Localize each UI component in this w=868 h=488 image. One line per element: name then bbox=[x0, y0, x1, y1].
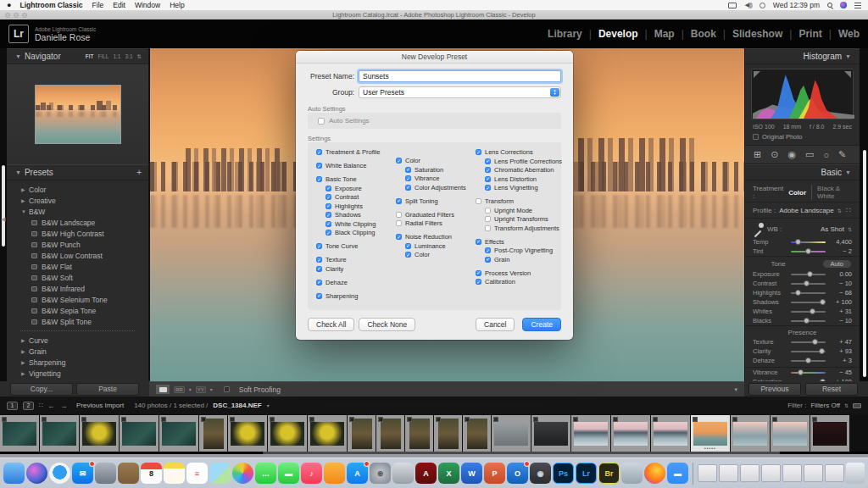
profile-chevron-icon[interactable]: ⇅ bbox=[837, 208, 842, 214]
dock-minimized-window-7[interactable] bbox=[825, 464, 844, 482]
navigator-zoom-chevron-icon[interactable]: ⇅ bbox=[137, 53, 142, 60]
filmstrip-scrollbar-thumb[interactable] bbox=[263, 452, 780, 454]
setting-checkbox[interactable] bbox=[326, 203, 331, 209]
filmstrip-thumbnail-5[interactable] bbox=[159, 415, 198, 452]
adjustment-brush-tool-icon[interactable]: ✎ bbox=[838, 149, 846, 160]
setting-saturation[interactable]: Saturation bbox=[405, 166, 476, 174]
preset-group-vignetting[interactable]: ▶Vignetting bbox=[7, 368, 148, 379]
module-web[interactable]: Web bbox=[838, 28, 860, 40]
setting-post-crop-vignetting[interactable]: Post-Crop Vignetting bbox=[485, 247, 572, 254]
setting-checkbox[interactable] bbox=[485, 225, 491, 231]
dock-books-icon[interactable] bbox=[324, 463, 345, 484]
setting-checkbox[interactable] bbox=[485, 167, 491, 173]
setting-checkbox[interactable] bbox=[316, 257, 322, 263]
group-select[interactable]: User Presets ▲▼ bbox=[359, 86, 561, 98]
dock-minimized-window-2[interactable] bbox=[719, 464, 738, 482]
setting-checkbox[interactable] bbox=[316, 243, 322, 249]
dock-messages-icon[interactable]: … bbox=[255, 463, 276, 484]
setting-lens-profile-corrections[interactable]: Lens Profile Corrections bbox=[485, 158, 572, 165]
secondary-monitor-button[interactable]: 2 bbox=[23, 402, 34, 410]
setting-checkbox[interactable] bbox=[485, 176, 491, 182]
slider-track[interactable] bbox=[791, 274, 826, 275]
setting-checkbox[interactable] bbox=[405, 243, 411, 249]
preset-item-b-w-selenium-tone[interactable]: B&W Selenium Tone bbox=[7, 294, 148, 305]
loupe-view-icon[interactable] bbox=[156, 385, 170, 394]
dock-contacts-icon[interactable] bbox=[118, 463, 139, 484]
time-machine-icon[interactable] bbox=[760, 3, 765, 8]
slider-track[interactable] bbox=[791, 251, 826, 252]
slider-knob[interactable] bbox=[810, 308, 815, 314]
menu-bar-clock[interactable]: Wed 12:39 pm bbox=[773, 1, 820, 9]
setting-checkbox[interactable] bbox=[316, 266, 322, 272]
filmstrip-thumbnail-1[interactable] bbox=[0, 415, 39, 452]
filmstrip-thumbnail-21[interactable] bbox=[731, 415, 770, 452]
dock-photoshop-icon[interactable]: Ps bbox=[553, 463, 574, 484]
setting-lens-corrections[interactable]: Lens Corrections bbox=[476, 148, 572, 156]
dock-bridge-icon[interactable]: Br bbox=[598, 463, 620, 484]
shadow-clipping-icon[interactable] bbox=[754, 71, 760, 78]
setting-checkbox[interactable] bbox=[396, 234, 402, 240]
dock-launchpad-icon[interactable] bbox=[95, 463, 116, 484]
previous-button[interactable]: Previous bbox=[748, 383, 801, 396]
preset-item-b-w-split-tone[interactable]: B&W Split Tone bbox=[7, 316, 148, 327]
split-view-chevron-icon[interactable]: ▾ bbox=[210, 386, 213, 392]
original-photo-checkbox[interactable] bbox=[753, 134, 759, 140]
filmstrip-thumbnail-17[interactable] bbox=[571, 415, 610, 452]
setting-checkbox[interactable] bbox=[485, 247, 491, 253]
setting-upright-mode[interactable]: Upright Mode bbox=[485, 207, 572, 214]
slider-knob[interactable] bbox=[804, 280, 810, 286]
go-forward-icon[interactable]: → bbox=[60, 402, 68, 410]
primary-monitor-button[interactable]: 1 bbox=[7, 402, 18, 410]
preset-group-sharpening[interactable]: ▶Sharpening bbox=[7, 357, 148, 368]
slider-knob[interactable] bbox=[820, 299, 826, 305]
grid-view-icon[interactable]: ∷ bbox=[39, 402, 42, 409]
collapse-left-panel-icon[interactable]: ◀ bbox=[1, 216, 5, 223]
dock-notes-icon[interactable] bbox=[164, 463, 185, 484]
dock-music-icon[interactable]: ♪ bbox=[301, 463, 322, 484]
dock-minimized-window-5[interactable] bbox=[782, 464, 802, 482]
auto-tone-button[interactable]: Auto bbox=[822, 259, 852, 269]
dock-maps-icon[interactable] bbox=[209, 463, 231, 484]
slider-knob[interactable] bbox=[804, 318, 810, 324]
filmstrip-thumbnail-10[interactable] bbox=[348, 415, 376, 452]
check-none-button[interactable]: Check None bbox=[359, 318, 415, 331]
selected-filename[interactable]: DSC_1384.NEF bbox=[213, 402, 261, 409]
setting-white-balance[interactable]: White Balance bbox=[316, 162, 396, 169]
setting-vibrance[interactable]: Vibrance bbox=[405, 175, 476, 182]
setting-upright-transforms[interactable]: Upright Transforms bbox=[485, 215, 572, 223]
setting-checkbox[interactable] bbox=[485, 208, 491, 214]
slider-track[interactable] bbox=[791, 283, 826, 285]
menu-file[interactable]: File bbox=[92, 1, 104, 9]
dock-powerpoint-icon[interactable]: P bbox=[484, 463, 505, 484]
setting-checkbox[interactable] bbox=[326, 194, 331, 200]
auto-settings-checkbox[interactable] bbox=[318, 118, 325, 125]
setting-checkbox[interactable] bbox=[396, 212, 402, 218]
setting-checkbox[interactable] bbox=[396, 220, 402, 226]
dock-word-icon[interactable]: W bbox=[461, 463, 482, 484]
module-book[interactable]: Book bbox=[691, 28, 716, 40]
setting-checkbox[interactable] bbox=[396, 158, 402, 164]
filmstrip-thumbnail-12[interactable] bbox=[405, 415, 433, 452]
radial-filter-tool-icon[interactable]: ○ bbox=[823, 150, 829, 160]
split-view-icon[interactable]: YY bbox=[196, 386, 206, 393]
filter-chevron-icon[interactable]: ⇅ bbox=[844, 402, 849, 408]
navigator-panel-header[interactable]: ▼ Navigator FITFILL1:13:1⇅ bbox=[7, 48, 148, 64]
setting-checkbox[interactable] bbox=[405, 252, 411, 258]
slider-knob[interactable] bbox=[805, 358, 811, 363]
soft-proofing-checkbox[interactable] bbox=[224, 386, 230, 392]
slider-track[interactable] bbox=[791, 241, 826, 243]
setting-chromatic-aberration[interactable]: Chromatic Aberration bbox=[485, 166, 572, 174]
dock-facetime-icon[interactable]: ▬ bbox=[278, 463, 299, 484]
setting-checkbox[interactable] bbox=[485, 216, 491, 222]
slider-knob[interactable] bbox=[795, 290, 801, 296]
setting-checkbox[interactable] bbox=[476, 279, 481, 285]
setting-checkbox[interactable] bbox=[316, 176, 322, 182]
setting-split-toning[interactable]: Split Toning bbox=[396, 197, 476, 205]
preset-group-creative[interactable]: ▶Creative bbox=[7, 195, 148, 206]
setting-lens-distortion[interactable]: Lens Distortion bbox=[485, 175, 572, 183]
filmstrip-thumbnail-14[interactable] bbox=[463, 415, 491, 452]
navigator-zoom-3-1[interactable]: 3:1 bbox=[125, 53, 133, 59]
setting-effects[interactable]: Effects bbox=[476, 238, 572, 246]
slider-track[interactable] bbox=[791, 341, 826, 343]
preset-item-b-w-landscape[interactable]: B&W Landscape bbox=[7, 217, 148, 228]
